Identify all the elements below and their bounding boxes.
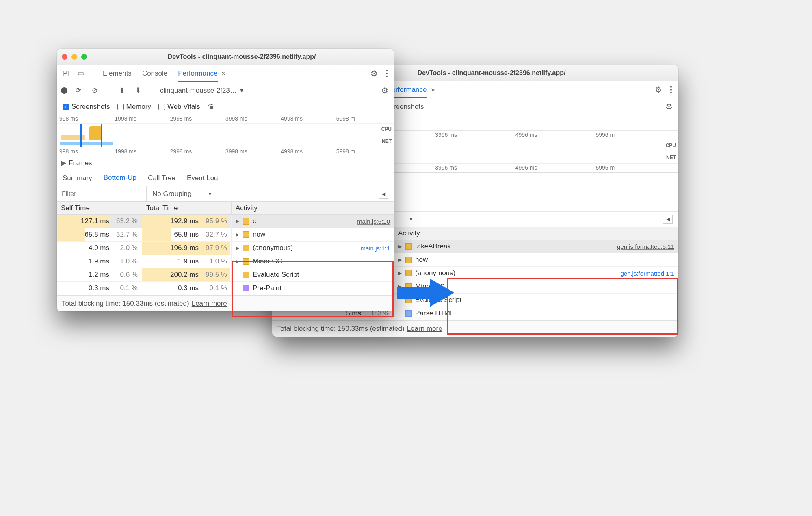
main-toolbar: ◰ ▭ Elements Console Performance » ⚙ xyxy=(57,65,394,82)
expand-panel-icon[interactable]: ◀ xyxy=(379,190,388,199)
table-row[interactable]: 127.1 ms63.2 %192.9 ms95.9 %▶omain.js:6:… xyxy=(57,215,394,228)
webvitals-checkbox[interactable] xyxy=(158,104,165,110)
source-link[interactable]: main.js:6:10 xyxy=(357,218,390,225)
perf-toolbar: ⟳ ⊘ ⬆ ⬇ clinquant-mousse-2f23…▾ ⚙ xyxy=(57,82,394,99)
clear-icon[interactable]: ⊘ xyxy=(89,85,100,96)
learn-more-link[interactable]: Learn more xyxy=(192,300,227,308)
subtab-eventlog[interactable]: Event Log xyxy=(187,174,218,182)
category-icon xyxy=(405,270,412,276)
minimize-icon[interactable] xyxy=(71,54,77,60)
arrow-icon xyxy=(397,279,454,307)
overview-timeline[interactable]: 998 ms1998 ms2998 ms3998 ms4998 ms5998 m… xyxy=(57,114,394,156)
tab-console[interactable]: Console xyxy=(142,69,167,78)
footer: Total blocking time: 150.33ms (estimated… xyxy=(272,320,678,337)
reload-icon[interactable]: ⟳ xyxy=(73,85,84,96)
category-icon xyxy=(405,257,412,263)
category-icon xyxy=(405,310,412,317)
table-row[interactable]: 0.3 ms0.1 %0.3 ms0.1 %Pre-Paint xyxy=(57,282,394,295)
more-tabs-icon[interactable]: » xyxy=(431,85,435,94)
detail-tabs: Summary Bottom-Up Call Tree Event Log xyxy=(57,170,394,186)
col-activity[interactable]: Activity xyxy=(232,202,394,214)
source-link[interactable]: main.js:1:1 xyxy=(360,245,390,252)
devtools-window-front: DevTools - clinquant-mousse-2f2396.netli… xyxy=(57,49,394,311)
cpu-label: CPU xyxy=(666,142,676,148)
grouping-select[interactable]: No Grouping xyxy=(152,190,191,198)
learn-more-link[interactable]: Learn more xyxy=(407,325,442,333)
category-icon xyxy=(405,243,412,250)
category-icon xyxy=(243,231,249,238)
gear-icon[interactable]: ⚙ xyxy=(653,84,664,95)
close-icon[interactable] xyxy=(62,54,67,60)
subtab-summary[interactable]: Summary xyxy=(63,174,92,182)
category-icon xyxy=(243,218,249,225)
filter-input[interactable] xyxy=(57,186,146,201)
table-row[interactable]: 1.9 ms1.0 %1.9 ms1.0 %▶Minor GC xyxy=(57,255,394,268)
filter-row: No Grouping ▼ ◀ xyxy=(57,186,394,202)
window-title: DevTools - clinquant-mousse-2f2396.netli… xyxy=(94,53,389,60)
page-select[interactable]: clinquant-mousse-2f23…▾ xyxy=(160,86,244,95)
upload-icon[interactable]: ⬆ xyxy=(117,85,127,96)
frames-section[interactable]: ▶Frames xyxy=(57,156,394,170)
col-self-time[interactable]: Self Time xyxy=(57,202,142,214)
kebab-icon[interactable] xyxy=(668,86,674,93)
zoom-icon[interactable] xyxy=(81,54,87,60)
category-icon xyxy=(243,272,249,278)
subtab-bottomup[interactable]: Bottom-Up xyxy=(104,174,136,187)
category-icon xyxy=(243,258,249,265)
trash-icon[interactable]: 🗑 xyxy=(208,103,214,111)
net-label: NET xyxy=(382,138,392,144)
svg-marker-0 xyxy=(397,279,454,307)
tab-performance[interactable]: Performance xyxy=(178,69,217,82)
source-link[interactable]: gen.js:formatted:1:1 xyxy=(620,270,674,277)
footer: Total blocking time: 150.33ms (estimated… xyxy=(57,295,394,311)
col-activity[interactable]: Activity xyxy=(394,227,678,240)
category-icon xyxy=(243,285,249,291)
screenshots-checkbox[interactable] xyxy=(63,104,69,110)
table-row[interactable]: 1.2 ms0.6 %200.2 ms99.5 %Evaluate Script xyxy=(57,268,394,282)
cpu-label: CPU xyxy=(381,126,392,132)
titlebar[interactable]: DevTools - clinquant-mousse-2f2396.netli… xyxy=(57,49,394,65)
table-row[interactable]: 4.0 ms2.0 %196.9 ms97.9 %▶(anonymous)mai… xyxy=(57,242,394,255)
gear-icon[interactable]: ⚙ xyxy=(369,68,379,79)
more-tabs-icon[interactable]: » xyxy=(222,69,226,78)
inspect-icon[interactable]: ◰ xyxy=(61,68,71,79)
table-row[interactable]: 65.8 ms32.7 %65.8 ms32.7 %▶now xyxy=(57,228,394,242)
category-icon xyxy=(243,245,249,251)
memory-checkbox[interactable] xyxy=(117,104,124,110)
kebab-icon[interactable] xyxy=(383,70,390,77)
perf-settings-icon[interactable]: ⚙ xyxy=(379,85,390,96)
download-icon[interactable]: ⬇ xyxy=(133,85,143,96)
subtab-calltree[interactable]: Call Tree xyxy=(148,174,175,182)
options-row: Screenshots Memory Web Vitals 🗑 xyxy=(57,99,394,114)
net-label: NET xyxy=(666,155,676,160)
source-link[interactable]: gen.js:formatted:5:11 xyxy=(617,243,674,250)
col-total-time[interactable]: Total Time xyxy=(142,202,232,214)
tab-elements[interactable]: Elements xyxy=(103,69,132,78)
expand-panel-icon[interactable]: ◀ xyxy=(663,215,673,224)
perf-settings-icon[interactable]: ⚙ xyxy=(664,101,674,112)
record-icon[interactable] xyxy=(61,87,67,94)
device-icon[interactable]: ▭ xyxy=(76,68,86,79)
